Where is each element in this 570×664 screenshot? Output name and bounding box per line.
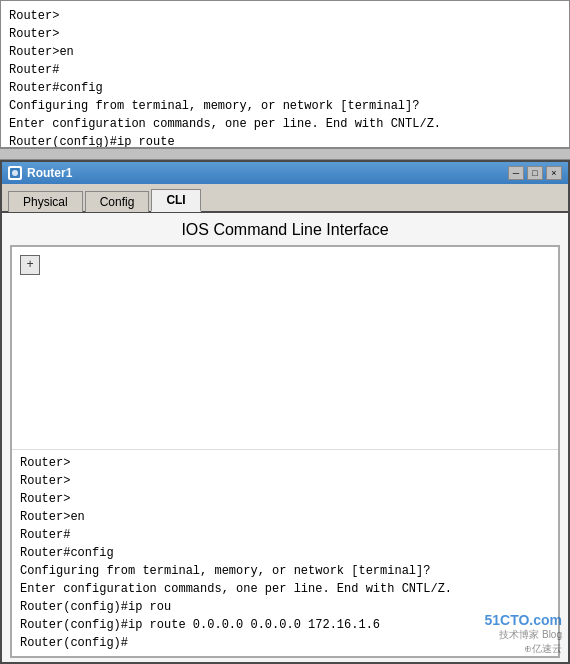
cli-line-7: Configuring from terminal, memory, or ne… — [20, 562, 550, 580]
close-button[interactable]: × — [546, 166, 562, 180]
cli-line-8: Enter configuration commands, one per li… — [20, 580, 550, 598]
content-area: IOS Command Line Interface + Router> Rou… — [2, 213, 568, 662]
svg-point-1 — [12, 170, 18, 176]
watermark-sub1: 技术博家 Blog — [484, 628, 562, 642]
window-title: Router1 — [27, 166, 503, 180]
watermark-sub2: ⊕亿速云 — [484, 642, 562, 656]
tabs-bar: Physical Config CLI — [2, 184, 568, 213]
window-titlebar: Router1 ─ □ × — [2, 162, 568, 184]
watermark: 51CTO.com 技术博家 Blog ⊕亿速云 — [484, 612, 562, 656]
top-terminal-line-1: Router> — [9, 7, 561, 25]
window-divider — [0, 148, 570, 160]
window-controls: ─ □ × — [508, 166, 562, 180]
cli-line-2: Router> — [20, 472, 550, 490]
top-terminal-line-4: Router# — [9, 61, 561, 79]
cli-line-6: Router#config — [20, 544, 550, 562]
top-terminal-line-2: Router> — [9, 25, 561, 43]
router-window: Router1 ─ □ × Physical Config CLI IOS Co… — [0, 160, 570, 664]
top-terminal-line-6: Configuring from terminal, memory, or ne… — [9, 97, 561, 115]
cli-line-5: Router# — [20, 526, 550, 544]
top-terminal-line-3: Router>en — [9, 43, 561, 61]
cli-line-11: Router(config)# — [20, 634, 550, 652]
terminal-inner: + Router> Router> Router> Router>en Rout… — [12, 247, 558, 656]
top-terminal-line-5: Router#config — [9, 79, 561, 97]
minimize-button[interactable]: ─ — [508, 166, 524, 180]
cli-line-3: Router> — [20, 490, 550, 508]
expand-icon[interactable]: + — [20, 255, 40, 275]
top-terminal-line-8: Router(config)#ip route — [9, 133, 561, 148]
cli-line-1: Router> — [20, 454, 550, 472]
terminal-outer[interactable]: + Router> Router> Router> Router>en Rout… — [10, 245, 560, 658]
router-icon — [8, 166, 22, 180]
tab-config[interactable]: Config — [85, 191, 150, 212]
tab-cli[interactable]: CLI — [151, 189, 200, 212]
tab-physical[interactable]: Physical — [8, 191, 83, 212]
top-terminal-line-7: Enter configuration commands, one per li… — [9, 115, 561, 133]
watermark-site: 51CTO.com — [484, 612, 562, 628]
cli-line-10: Router(config)#ip route 0.0.0.0 0.0.0.0 … — [20, 616, 550, 634]
cli-title: IOS Command Line Interface — [181, 221, 388, 239]
terminal-top-area: + — [12, 247, 558, 449]
cli-line-9: Router(config)#ip rou — [20, 598, 550, 616]
top-terminal: Router> Router> Router>en Router# Router… — [0, 0, 570, 148]
maximize-button[interactable]: □ — [527, 166, 543, 180]
cli-line-4: Router>en — [20, 508, 550, 526]
page-wrapper: Router> Router> Router>en Router# Router… — [0, 0, 570, 664]
terminal-output[interactable]: Router> Router> Router> Router>en Router… — [12, 449, 558, 656]
